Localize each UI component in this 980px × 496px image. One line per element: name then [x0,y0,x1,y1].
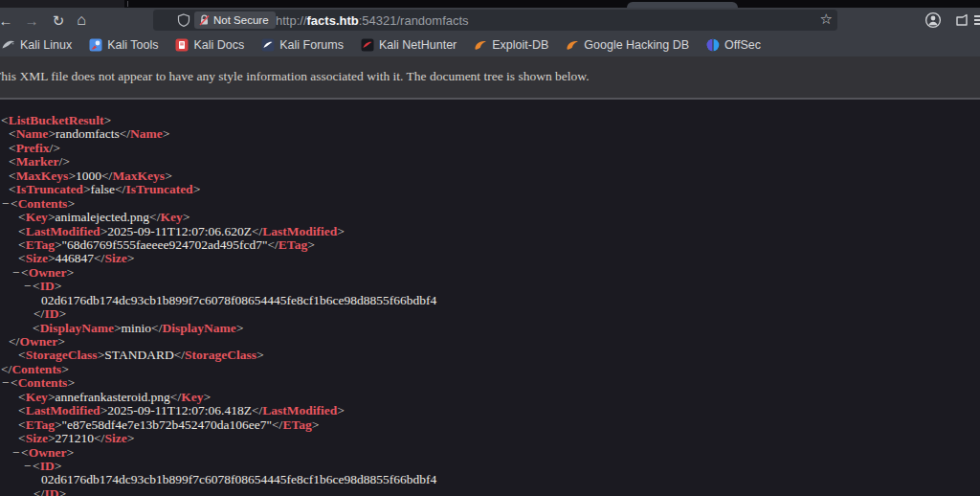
xml-tag-name: Size [26,431,48,445]
page-content: <ListBucketResult><Name>randomfacts</Nam… [0,100,980,496]
xml-tag-name: Contents [11,362,61,376]
xml-punctuation: < [9,154,16,169]
url-bar[interactable]: Not Secure http://facts.htb:54321/random… [153,10,837,31]
bookmark-item[interactable]: Kali Linux [0,33,80,56]
xml-punctuation: </ [149,210,160,224]
forward-button[interactable]: → [21,8,42,33]
xml-punctuation: </ [272,417,282,432]
xml-tag-name: ETag [282,417,311,432]
xml-text-value: animalejected.png [56,210,150,224]
xml-punctuation: > [66,265,74,280]
reload-button[interactable]: ↻ [48,8,69,33]
xml-line: −<ID> [1,280,436,293]
security-chip[interactable]: Not Secure [194,11,276,29]
xml-punctuation: </ [252,224,262,238]
collapse-toggle[interactable]: − [24,280,33,293]
xml-punctuation: > [127,251,135,265]
xml-tag-name: DisplayName [162,321,235,335]
xml-punctuation: < [18,390,26,404]
xml-tag-name: IsTruncated [16,182,83,196]
bookmark-label: Kali NetHunter [379,38,457,52]
xml-tag-name: Contents [18,196,68,211]
bookmark-item[interactable]: Exploit-DB [465,33,557,56]
xml-tag-name: ID [40,279,55,293]
xml-punctuation: < [18,417,26,432]
xml-line: <LastModified>2025-09-11T12:07:06.418Z</… [1,404,436,417]
xml-text-value: 2025-09-11T12:07:06.620Z [107,224,252,238]
bookmark-item[interactable]: Kali NetHunter [352,33,465,56]
xml-punctuation: </ [33,306,44,321]
xml-tag-name: Owner [29,445,67,460]
xml-text-value: 446847 [56,251,95,265]
navigation-toolbar: ← → ↻ ⌂ Not Secure http://facts.htb:5432… [0,8,980,33]
back-button[interactable]: ← [0,8,16,33]
collapse-toggle[interactable]: − [12,446,21,460]
xml-document-tree: <ListBucketResult><Name>randomfacts</Nam… [1,114,436,496]
account-icon[interactable] [924,11,942,29]
security-chip-label: Not Secure [213,14,269,26]
xml-line: <MaxKeys>1000</MaxKeys> [1,169,436,183]
bookmark-star-icon[interactable]: ☆ [820,11,833,28]
home-button[interactable]: ⌂ [71,8,92,33]
xml-punctuation: < [33,459,40,473]
xml-notice-message: This XML file does not appear to have an… [0,69,590,84]
xml-punctuation: > [337,403,345,417]
xml-tag-name: Name [16,126,49,141]
kali-linux-icon [2,38,15,52]
xml-punctuation: < [9,141,16,155]
xml-punctuation: > [312,417,320,432]
xml-line: <DisplayName>minio</DisplayName> [1,322,436,335]
xml-text-value: false [91,182,115,196]
xml-punctuation: < [9,169,16,183]
bookmark-item[interactable]: Kali Docs [167,33,253,56]
xml-punctuation: < [9,182,16,196]
offsec-icon [706,38,720,52]
bookmark-item[interactable]: Google Hacking DB [557,33,698,56]
shield-icon[interactable] [177,13,190,27]
bookmark-label: Kali Forums [279,38,344,52]
xml-punctuation: < [11,196,18,211]
kali-tools-icon [89,38,102,52]
bookmark-item[interactable]: Kali Tools [80,33,167,56]
xml-punctuation: < [33,321,40,335]
xml-tag-name: MaxKeys [16,169,69,183]
xml-punctuation: > [58,306,66,321]
collapse-toggle[interactable]: − [2,197,11,211]
xml-punctuation: </ [267,237,278,252]
xml-line: −<Contents> [1,197,436,211]
xml-punctuation: < [18,210,26,224]
xml-punctuation: /> [50,141,60,155]
xml-punctuation: > [57,334,65,349]
xml-tag-name: ETag [26,417,55,432]
xml-punctuation: > [83,182,91,196]
xml-tag-name: Owner [29,265,67,280]
xml-punctuation: > [55,417,62,432]
collapse-toggle[interactable]: − [2,376,11,390]
bookmark-item[interactable]: OffSec [698,33,769,56]
xml-punctuation: > [55,237,62,252]
xml-line: <Size>271210</Size> [1,432,436,445]
xml-line: </ID> [1,307,436,321]
xml-punctuation: </ [101,169,112,183]
collapse-toggle[interactable]: − [12,266,21,280]
xml-line: 02d6176db174dc93cb1b899f7c6078f08654445f… [1,294,436,307]
collapse-toggle[interactable]: − [24,460,33,473]
xml-tag-name: StorageClass [185,348,256,362]
url-host: facts.htb [307,13,359,28]
xml-tag-name: ListBucketResult [9,113,104,127]
extensions-icon[interactable] [954,12,969,28]
bookmark-item[interactable]: Kali Forums [253,33,352,56]
google-hacking-db-icon [566,38,579,52]
xml-punctuation: > [307,237,315,252]
xml-text-value: minio [122,321,152,335]
xml-tag-name: ID [44,306,58,321]
xml-punctuation: < [9,126,16,141]
xml-tag-name: Key [26,390,48,404]
xml-line: <ETag>"e87e58df4e7e13b72b452470da106ee7"… [1,418,436,432]
xml-punctuation: > [66,445,74,460]
xml-text-value: 2025-09-11T12:07:06.418Z [107,403,252,417]
xml-punctuation: < [21,445,29,460]
hamburger-menu-icon[interactable] [974,15,980,25]
xml-line: <Marker/> [1,155,436,169]
xml-line: </ID> [1,487,436,496]
